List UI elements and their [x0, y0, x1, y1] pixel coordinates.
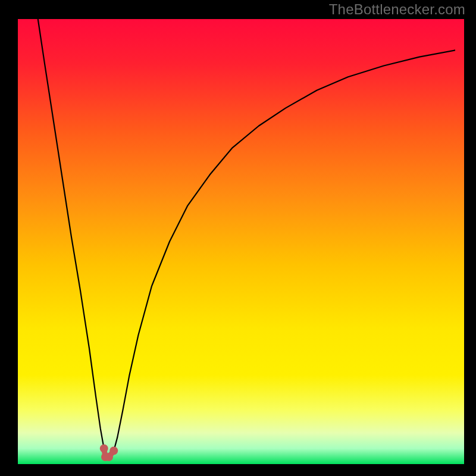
chart-svg: [18, 19, 464, 464]
outer-frame: TheBottlenecker.com: [0, 0, 476, 476]
plot-area: [18, 19, 464, 464]
marker-min-right: [109, 447, 118, 455]
gradient-background: [18, 19, 464, 464]
marker-min-left: [100, 444, 108, 453]
watermark-text: TheBottlenecker.com: [329, 1, 465, 18]
